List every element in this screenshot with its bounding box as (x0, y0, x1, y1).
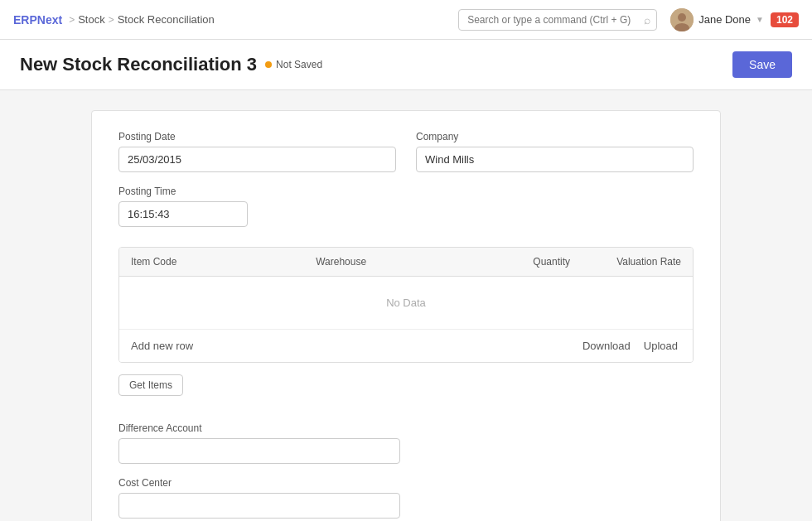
navbar-sep-2: > (109, 14, 114, 26)
posting-time-input[interactable] (118, 201, 248, 227)
form-section: Posting Date Company Posting Time Item C… (91, 110, 721, 521)
empty-col (416, 186, 694, 227)
posting-time-label: Posting Time (118, 186, 396, 197)
posting-time-col: Posting Time (118, 186, 396, 227)
add-new-row-button[interactable]: Add new row (131, 340, 193, 352)
page-header: New Stock Reconciliation 3 Not Saved Sav… (0, 40, 812, 90)
navbar-crumb-reconciliation[interactable]: Stock Reconciliation (118, 13, 215, 26)
search-icon: ⌕ (644, 13, 650, 27)
avatar (670, 8, 694, 31)
page-title: New Stock Reconciliation 3 (20, 54, 257, 75)
items-table: Item Code Warehouse Quantity Valuation R… (118, 247, 694, 363)
col-quantity: Quantity (489, 248, 582, 276)
difference-account-col: Difference Account (118, 422, 400, 464)
chevron-down-icon: ▼ (756, 15, 764, 24)
company-col: Company (416, 131, 694, 172)
posting-date-label: Posting Date (118, 131, 396, 142)
navbar-sep-1: > (69, 14, 75, 26)
col-valuation-rate: Valuation Rate (582, 248, 693, 276)
bottom-section: Difference Account Cost Center (118, 422, 694, 519)
difference-account-input[interactable] (118, 438, 400, 464)
no-data-text: No Data (386, 297, 426, 309)
table-footer: Add new row Download Upload (119, 330, 693, 362)
posting-date-col: Posting Date (118, 131, 396, 172)
company-input[interactable] (416, 147, 694, 172)
save-button[interactable]: Save (732, 51, 792, 78)
page-title-row: New Stock Reconciliation 3 Not Saved (20, 54, 322, 75)
col-item-code: Item Code (119, 248, 304, 276)
not-saved-text: Not Saved (276, 59, 322, 70)
table-no-data-row: No Data (119, 277, 693, 330)
navbar-brand[interactable]: ERPNext (13, 13, 62, 27)
form-row-date-company: Posting Date Company (118, 131, 694, 172)
navbar-search: ⌕ (458, 9, 657, 31)
col-warehouse: Warehouse (304, 248, 489, 276)
main-content: Posting Date Company Posting Time Item C… (0, 90, 812, 521)
upload-button[interactable]: Upload (640, 338, 681, 354)
navbar: ERPNext > Stock > Stock Reconciliation ⌕… (0, 0, 812, 40)
navbar-crumb-stock[interactable]: Stock (78, 13, 105, 26)
navbar-user[interactable]: Jane Done ▼ (670, 8, 764, 31)
posting-date-input[interactable] (118, 147, 396, 172)
company-label: Company (416, 131, 694, 142)
table-actions: Download Upload (579, 338, 681, 354)
table-header: Item Code Warehouse Quantity Valuation R… (119, 248, 693, 277)
cost-center-col: Cost Center (118, 477, 400, 519)
notification-badge[interactable]: 102 (771, 12, 799, 27)
form-row-time: Posting Time (118, 186, 694, 227)
search-input[interactable] (458, 9, 657, 31)
difference-account-label: Difference Account (118, 422, 400, 434)
not-saved-badge: Not Saved (265, 59, 322, 70)
user-name: Jane Done (698, 13, 751, 26)
cost-center-input[interactable] (118, 493, 400, 519)
download-button[interactable]: Download (579, 338, 634, 354)
cost-center-label: Cost Center (118, 477, 400, 489)
not-saved-dot (265, 61, 272, 68)
get-items-button[interactable]: Get Items (118, 374, 183, 396)
svg-point-1 (678, 13, 686, 22)
